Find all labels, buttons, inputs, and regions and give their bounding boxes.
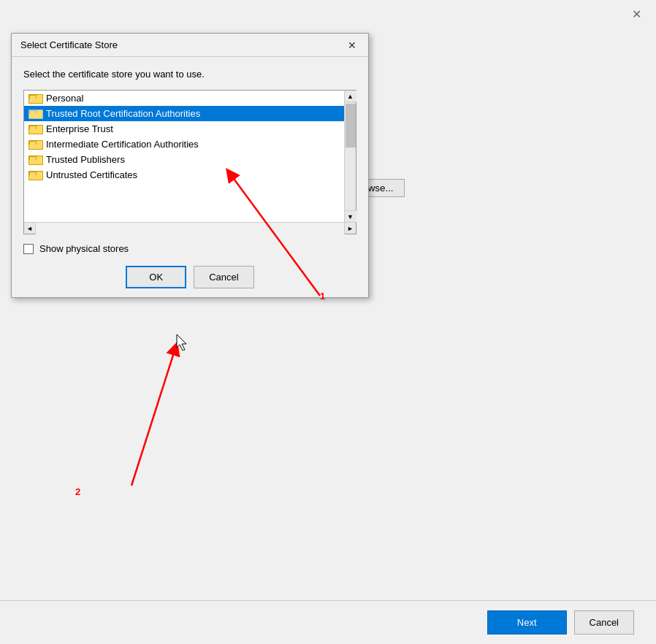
modal-button-row: OK Cancel	[23, 266, 356, 288]
hscroll-track	[36, 223, 344, 234]
modal-body: Select the certificate store you want to…	[12, 57, 368, 297]
cert-list-item-label: Personal	[46, 93, 83, 104]
modal-overlay: Select Certificate Store ✕ Select the ce…	[0, 0, 656, 644]
list-scrollbar[interactable]: ▲ ▼	[344, 91, 356, 222]
cert-list-item-label: Intermediate Certification Authorities	[46, 139, 199, 150]
annotation-1: 1	[320, 291, 325, 302]
hscroll-left-button[interactable]: ◄	[24, 223, 36, 234]
folder-icon	[28, 155, 42, 165]
cancel-button[interactable]: Cancel	[194, 266, 253, 288]
folder-icon	[28, 124, 42, 134]
folder-icon	[28, 109, 42, 119]
select-certificate-store-dialog: Select Certificate Store ✕ Select the ce…	[11, 33, 369, 298]
modal-close-button[interactable]: ✕	[345, 40, 359, 50]
cert-list-item-trusted-publishers[interactable]: Trusted Publishers	[24, 152, 344, 167]
scrollbar-down-button[interactable]: ▼	[345, 210, 356, 222]
certificate-store-list[interactable]: PersonalTrusted Root Certification Autho…	[24, 91, 344, 222]
cert-list-item-label: Enterprise Trust	[46, 123, 113, 134]
folder-icon	[28, 170, 42, 180]
cert-list-item-trusted-root[interactable]: Trusted Root Certification Authorities	[24, 106, 344, 121]
modal-instruction: Select the certificate store you want to…	[23, 69, 356, 80]
show-physical-stores-row: Show physical stores	[23, 243, 356, 254]
scrollbar-up-button[interactable]: ▲	[345, 91, 356, 102]
show-physical-stores-label: Show physical stores	[39, 243, 129, 254]
ok-button[interactable]: OK	[126, 266, 186, 288]
modal-title: Select Certificate Store	[20, 39, 118, 50]
folder-icon	[28, 139, 42, 150]
horizontal-scrollbar[interactable]: ◄ ►	[24, 222, 356, 234]
cert-list-item-personal[interactable]: Personal	[24, 91, 344, 106]
annotation-2: 2	[75, 486, 80, 497]
cert-list-item-enterprise-trust[interactable]: Enterprise Trust	[24, 121, 344, 137]
cert-list-item-untrusted-certs[interactable]: Untrusted Certificates	[24, 167, 344, 183]
cert-list-item-intermediate-ca[interactable]: Intermediate Certification Authorities	[24, 137, 344, 152]
cert-list-item-label: Trusted Root Certification Authorities	[46, 108, 200, 119]
folder-icon	[28, 93, 42, 104]
hscroll-right-button[interactable]: ►	[344, 223, 356, 234]
modal-titlebar: Select Certificate Store ✕	[12, 34, 368, 57]
scrollbar-thumb[interactable]	[346, 104, 356, 147]
cert-list-item-label: Trusted Publishers	[46, 154, 125, 165]
show-physical-stores-checkbox[interactable]	[23, 244, 34, 254]
cert-list-item-label: Untrusted Certificates	[46, 169, 137, 180]
